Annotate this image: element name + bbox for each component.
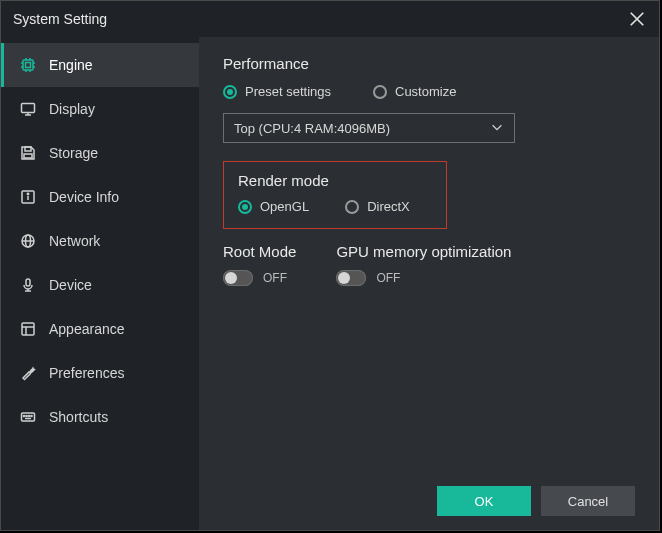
layout-icon [19,320,37,338]
root-mode-toggle-row: OFF [223,270,296,286]
sidebar-item-display[interactable]: Display [1,87,199,131]
footer-buttons: OK Cancel [223,476,635,516]
directx-radio[interactable]: DirectX [345,199,410,214]
sidebar-item-device-info[interactable]: Device Info [1,175,199,219]
mic-icon [19,276,37,294]
sidebar-item-label: Preferences [49,365,124,381]
info-icon [19,188,37,206]
svg-rect-13 [24,154,32,158]
sidebar-item-appearance[interactable]: Appearance [1,307,199,351]
root-mode-column: Root Mode OFF [223,243,296,286]
svg-point-17 [27,193,28,194]
gpu-memory-toggle-row: OFF [336,270,511,286]
render-mode-row: OpenGL DirectX [238,199,432,214]
sidebar-item-label: Engine [49,57,93,73]
sidebar-item-label: Device Info [49,189,119,205]
radio-label: Preset settings [245,84,331,99]
svg-point-31 [31,415,32,416]
sidebar-item-preferences[interactable]: Preferences [1,351,199,395]
svg-rect-0 [23,60,33,70]
monitor-icon [19,100,37,118]
cancel-button[interactable]: Cancel [541,486,635,516]
sidebar: Engine Display Storage Device Info [1,37,199,530]
svg-rect-14 [25,147,31,151]
render-mode-title: Render mode [238,172,432,189]
gpu-memory-title: GPU memory optimization [336,243,511,260]
chevron-down-icon [490,120,504,137]
sidebar-item-label: Shortcuts [49,409,108,425]
sidebar-item-label: Appearance [49,321,125,337]
radio-icon [373,85,387,99]
svg-rect-21 [26,279,30,286]
sidebar-item-label: Network [49,233,100,249]
svg-rect-10 [22,104,35,113]
gpu-memory-column: GPU memory optimization OFF [336,243,511,286]
radio-label: DirectX [367,199,410,214]
radio-icon [238,200,252,214]
window-title: System Setting [13,11,107,27]
root-mode-state: OFF [263,271,287,285]
globe-icon [19,232,37,250]
gpu-memory-toggle[interactable] [336,270,366,286]
svg-rect-24 [22,323,34,335]
performance-mode-row: Preset settings Customize [223,84,635,99]
sidebar-item-engine[interactable]: Engine [1,43,199,87]
chip-icon [19,56,37,74]
window-body: Engine Display Storage Device Info [1,37,659,530]
ok-button[interactable]: OK [437,486,531,516]
radio-icon [223,85,237,99]
sidebar-item-network[interactable]: Network [1,219,199,263]
render-mode-section: Render mode OpenGL DirectX [223,161,447,229]
content-area: Performance Preset settings Customize To… [199,37,659,530]
sidebar-item-label: Device [49,277,92,293]
root-mode-toggle[interactable] [223,270,253,286]
sidebar-item-device[interactable]: Device [1,263,199,307]
svg-rect-1 [26,63,31,68]
opengl-radio[interactable]: OpenGL [238,199,309,214]
svg-point-30 [28,415,29,416]
radio-icon [345,200,359,214]
sidebar-item-label: Storage [49,145,98,161]
radio-label: Customize [395,84,456,99]
system-setting-window: System Setting Engine Display [0,0,660,531]
svg-point-29 [26,415,27,416]
close-icon[interactable] [627,9,647,29]
toggle-section: Root Mode OFF GPU memory optimization OF… [223,243,635,286]
wrench-icon [19,364,37,382]
sidebar-item-shortcuts[interactable]: Shortcuts [1,395,199,439]
sidebar-item-label: Display [49,101,95,117]
dropdown-value: Top (CPU:4 RAM:4096MB) [234,121,390,136]
gpu-memory-state: OFF [376,271,400,285]
preset-settings-radio[interactable]: Preset settings [223,84,331,99]
root-mode-title: Root Mode [223,243,296,260]
preset-dropdown[interactable]: Top (CPU:4 RAM:4096MB) [223,113,515,143]
radio-label: OpenGL [260,199,309,214]
svg-point-28 [23,415,24,416]
titlebar: System Setting [1,1,659,37]
save-icon [19,144,37,162]
customize-radio[interactable]: Customize [373,84,456,99]
sidebar-item-storage[interactable]: Storage [1,131,199,175]
performance-title: Performance [223,55,635,72]
keyboard-icon [19,408,37,426]
